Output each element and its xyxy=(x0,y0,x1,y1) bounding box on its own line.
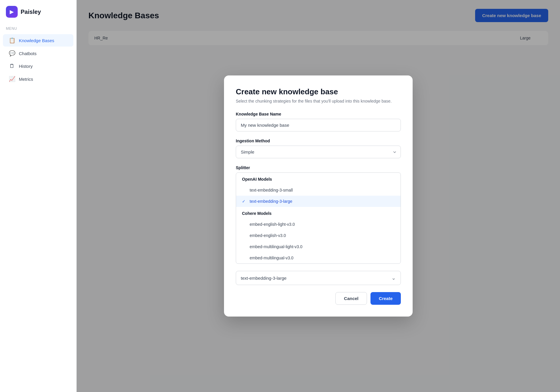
app-layout: ▶ Paisley Menu 📋 Knowledge Bases 💬 Chatb… xyxy=(0,0,560,392)
kb-name-input[interactable] xyxy=(236,119,401,131)
splitter-option-embed-multilingual-light-v3[interactable]: embed-multilingual-light-v3.0 xyxy=(236,241,401,252)
splitter-dropdown: OpenAI Models text-embedding-3-small ✓ t… xyxy=(236,172,401,264)
sidebar-item-metrics[interactable]: 📈 Metrics xyxy=(3,73,73,85)
modal-overlay: Create new knowledge base Select the chu… xyxy=(77,0,560,392)
check-icon-empty xyxy=(242,233,247,238)
app-name: Paisley xyxy=(21,9,41,15)
chevron-down-icon xyxy=(391,275,396,281)
splitter-option-embed-multilingual-v3[interactable]: embed-multilingual-v3.0 xyxy=(236,252,401,263)
sidebar-item-history[interactable]: 🗒 History xyxy=(3,60,73,72)
cancel-button[interactable]: Cancel xyxy=(335,292,367,305)
create-button[interactable]: Create xyxy=(370,292,401,305)
modal-title: Create new knowledge base xyxy=(236,87,401,96)
splitter-option-embed-english-light-v3[interactable]: embed-english-light-v3.0 xyxy=(236,219,401,230)
option-label: text-embedding-3-small xyxy=(250,188,293,192)
app-logo-icon: ▶ xyxy=(6,6,18,18)
option-label: embed-multilingual-light-v3.0 xyxy=(250,244,302,249)
splitter-option-text-embedding-3-large[interactable]: ✓ text-embedding-3-large xyxy=(236,196,401,207)
splitter-label: Splitter xyxy=(236,165,401,170)
splitter-option-text-embedding-3-small[interactable]: text-embedding-3-small xyxy=(236,185,401,196)
modal-subtitle: Select the chunking strategies for the f… xyxy=(236,99,401,103)
sidebar-item-knowledge-bases[interactable]: 📋 Knowledge Bases xyxy=(3,34,73,47)
option-label: embed-english-light-v3.0 xyxy=(250,222,295,227)
sidebar-logo: ▶ Paisley xyxy=(0,6,76,27)
chatbots-icon: 💬 xyxy=(9,50,15,57)
main-content: Knowledge Bases Create new knowledge bas… xyxy=(77,0,560,392)
knowledge-bases-icon: 📋 xyxy=(9,37,15,44)
sidebar-menu-label: Menu xyxy=(0,27,76,34)
option-label: embed-multilingual-v3.0 xyxy=(250,256,294,260)
openai-models-group-label: OpenAI Models xyxy=(236,173,401,185)
check-icon-empty xyxy=(242,222,247,227)
sidebar: ▶ Paisley Menu 📋 Knowledge Bases 💬 Chatb… xyxy=(0,0,77,392)
metrics-icon: 📈 xyxy=(9,76,15,82)
sidebar-item-label: Metrics xyxy=(19,77,33,82)
option-label: text-embedding-3-large xyxy=(250,199,292,204)
selected-splitter-value: text-embedding-3-large xyxy=(241,276,286,281)
selected-splitter-display[interactable]: text-embedding-3-large xyxy=(236,271,401,285)
cohere-models-group-label: Cohere Models xyxy=(236,207,401,219)
create-knowledge-base-modal: Create new knowledge base Select the chu… xyxy=(224,75,413,317)
sidebar-item-chatbots[interactable]: 💬 Chatbots xyxy=(3,47,73,60)
kb-name-label: Knowledge Base Name xyxy=(236,112,401,116)
history-icon: 🗒 xyxy=(9,63,15,69)
splitter-option-embed-english-v3[interactable]: embed-english-v3.0 xyxy=(236,230,401,241)
check-icon-selected: ✓ xyxy=(242,199,247,204)
splitter-section: Splitter OpenAI Models text-embedding-3-… xyxy=(236,165,401,264)
check-icon-empty xyxy=(242,256,247,260)
ingestion-method-label: Ingestion Method xyxy=(236,139,401,143)
ingestion-method-select[interactable]: Simple xyxy=(236,146,401,158)
check-icon-empty xyxy=(242,188,247,192)
check-icon-empty xyxy=(242,244,247,249)
option-label: embed-english-v3.0 xyxy=(250,233,286,238)
modal-footer: Cancel Create xyxy=(236,292,401,305)
sidebar-item-label: History xyxy=(19,64,33,69)
sidebar-item-label: Chatbots xyxy=(19,51,37,56)
sidebar-item-label: Knowledge Bases xyxy=(19,38,54,43)
